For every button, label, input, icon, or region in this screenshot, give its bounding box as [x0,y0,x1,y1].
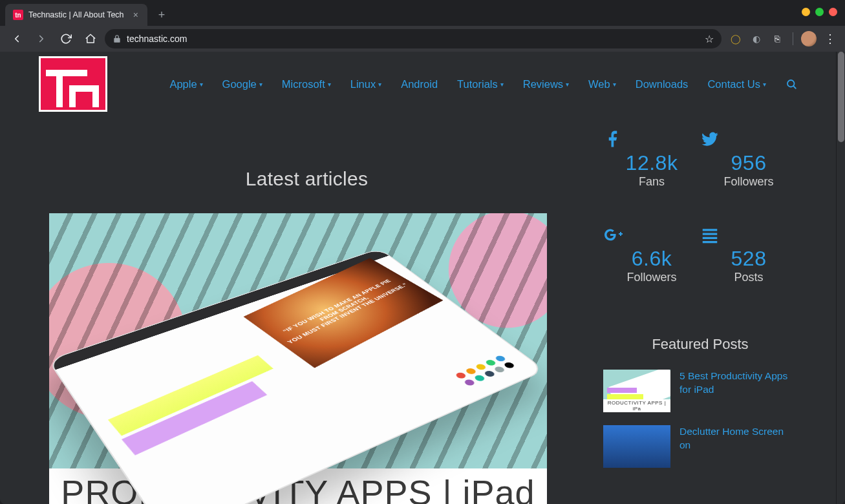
nav-web[interactable]: Web▾ [588,78,616,90]
nav-search-button[interactable] [786,78,797,90]
featured-link[interactable]: Declutter Home Screen on [679,425,797,452]
lock-icon [112,34,122,43]
viewport: Apple▾ Google▾ Microsoft▾ Linux▾ Android… [0,52,845,504]
list-icon [700,225,797,244]
close-tab-button[interactable]: × [132,10,140,20]
chevron-down-icon: ▾ [259,81,262,88]
chevron-down-icon: ▾ [763,81,766,88]
window-controls [802,8,837,16]
browser-tab[interactable]: tn Technastic | All About Tech × [5,4,147,26]
back-button[interactable] [6,28,27,49]
bookmark-button[interactable]: ☆ [705,33,714,45]
maximize-button[interactable] [815,8,824,16]
counter-label: Posts [700,271,797,284]
thumb-caption: RODUCTIVITY APPS | iPa [603,399,670,412]
nav-label: Contact Us [707,78,760,90]
nav-label: Tutorials [457,78,498,90]
site-logo[interactable] [39,56,107,112]
counter-label: Followers [700,175,797,189]
scrollbar[interactable] [836,52,845,504]
social-counters: 12.8k Fans 956 Followers [603,129,797,284]
nav-downloads[interactable]: Downloads [636,78,689,90]
counter-twitter[interactable]: 956 Followers [700,129,797,189]
favicon-icon: tn [13,10,23,20]
nav-label: Linux [350,78,376,90]
counter-label: Fans [603,175,700,189]
nav-microsoft[interactable]: Microsoft▾ [282,78,331,90]
extension-icon-1[interactable]: ◯ [728,31,743,47]
chevron-down-icon: ▾ [613,81,616,88]
nav-label: Web [588,78,610,90]
svg-line-1 [793,86,795,88]
counter-value: 528 [700,247,797,271]
hero-quote-line: YOU MUST FIRST INVENT THE UNIVERSE.” [286,282,409,345]
svg-rect-2 [703,229,718,231]
counter-value: 6.6k [603,247,700,271]
home-button[interactable] [80,28,101,49]
counter-value: 12.8k [603,151,700,175]
counter-label: Followers [603,271,700,284]
reload-icon [60,33,72,45]
chevron-down-icon: ▾ [566,81,569,88]
chevron-down-icon: ▾ [328,81,331,88]
scrollbar-thumb[interactable] [838,52,844,142]
svg-rect-5 [703,241,718,243]
nav-tutorials[interactable]: Tutorials▾ [457,78,504,90]
nav-linux[interactable]: Linux▾ [350,78,381,90]
chevron-down-icon: ▾ [378,81,381,88]
main-column: Latest articles “IF YOU WISH TO MAKE AN … [49,116,564,504]
main-nav: Apple▾ Google▾ Microsoft▾ Linux▾ Android… [169,78,797,90]
arrow-right-icon [36,33,47,45]
counter-facebook[interactable]: 12.8k Fans [603,129,700,189]
counter-posts[interactable]: 528 Posts [700,225,797,284]
article-hero-image: “IF YOU WISH TO MAKE AN APPLE PIE FROM S… [49,213,547,468]
featured-link[interactable]: 5 Best Productivity Apps for iPad [679,370,797,397]
featured-post: Declutter Home Screen on [603,425,797,468]
reload-button[interactable] [56,28,76,49]
browser-menu-button[interactable]: ⋮ [822,32,839,46]
featured-thumb[interactable]: RODUCTIVITY APPS | iPa [603,370,670,412]
content: Latest articles “IF YOU WISH TO MAKE AN … [0,116,836,504]
home-icon [85,33,96,45]
section-title: Latest articles [49,168,564,190]
featured-posts: Featured Posts RODUCTIVITY APPS | iPa 5 … [603,336,797,468]
extension-icon-2[interactable]: ◐ [749,31,764,47]
nav-contact[interactable]: Contact Us▾ [707,78,766,90]
extension-icon-3[interactable]: ⎘ [769,31,785,47]
nav-label: Microsoft [282,78,325,90]
article-card[interactable]: “IF YOU WISH TO MAKE AN APPLE PIE FROM S… [49,213,547,504]
nav-label: Downloads [636,78,689,90]
featured-post: RODUCTIVITY APPS | iPa 5 Best Productivi… [603,370,797,412]
url-text: technastic.com [127,34,187,44]
toolbar-separator [793,32,793,45]
arrow-left-icon [11,33,23,45]
featured-thumb[interactable] [603,425,670,468]
featured-title: Featured Posts [603,336,797,353]
search-icon [786,78,797,90]
new-tab-button[interactable]: + [153,6,171,24]
nav-apple[interactable]: Apple▾ [169,78,202,90]
nav-label: Google [222,78,257,90]
profile-avatar[interactable] [801,31,817,47]
counter-gplus[interactable]: 6.6k Followers [603,225,700,284]
close-window-button[interactable] [829,8,837,16]
sidebar: 12.8k Fans 956 Followers [603,116,797,504]
facebook-icon [603,129,700,149]
page: Apple▾ Google▾ Microsoft▾ Linux▾ Android… [0,52,836,504]
toolbar-right: ◯ ◐ ⎘ ⋮ [728,31,839,47]
nav-label: Android [401,78,438,90]
forward-button[interactable] [31,28,52,49]
nav-google[interactable]: Google▾ [222,78,262,90]
nav-android[interactable]: Android [401,78,438,90]
svg-rect-4 [703,237,718,239]
counter-value: 956 [700,151,797,175]
google-plus-icon [603,225,700,244]
address-bar[interactable]: technastic.com ☆ [105,29,722,48]
browser-window: tn Technastic | All About Tech × + [0,0,845,504]
nav-reviews[interactable]: Reviews▾ [523,78,569,90]
twitter-icon [700,129,797,149]
minimize-button[interactable] [802,8,810,16]
ipad-illustration: “IF YOU WISH TO MAKE AN APPLE PIE FROM S… [49,248,546,504]
svg-rect-3 [703,233,718,235]
chevron-down-icon: ▾ [500,81,504,88]
